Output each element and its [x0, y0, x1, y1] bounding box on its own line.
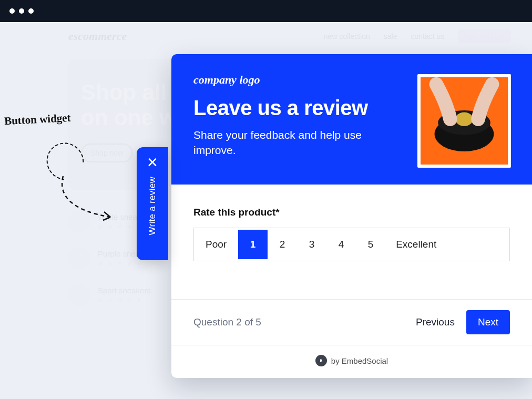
modal-title: Leave us a review	[193, 96, 403, 120]
modal-header: company logo Leave us a review Share you…	[171, 54, 532, 185]
product-thumb	[68, 284, 90, 306]
shop-now-button[interactable]: Shop now	[81, 144, 132, 162]
traffic-dot	[28, 8, 34, 14]
traffic-dot	[9, 8, 15, 14]
modal-body: Rate this product* Poor 1 2 3 4 5 Excell…	[171, 185, 532, 274]
product-image-frame	[417, 74, 511, 168]
question-progress: Question 2 of 5	[193, 316, 414, 328]
rating-option-3[interactable]: 3	[297, 230, 326, 259]
scale-high-label: Excellent	[385, 239, 448, 250]
annotation-arrow-icon	[53, 160, 131, 229]
rating-option-2[interactable]: 2	[268, 230, 297, 259]
review-modal: company logo Leave us a review Share you…	[171, 54, 532, 378]
rating-option-5[interactable]: 5	[356, 230, 385, 259]
window-titlebar	[0, 0, 532, 22]
powered-by: by EmbedSocial	[171, 345, 532, 378]
site-brand: escommerce	[68, 29, 310, 43]
write-review-widget-tab[interactable]: ✕ Write a review	[137, 147, 168, 260]
nav-new-collection[interactable]: new collection	[324, 32, 370, 40]
question-label: Rate this product*	[193, 207, 510, 218]
nav-contact[interactable]: contact us	[411, 32, 444, 40]
traffic-dot	[19, 8, 24, 14]
nav-sale[interactable]: sale	[384, 32, 397, 40]
rating-stars-icon: ★ ★ ★ ★ ★	[98, 296, 151, 304]
write-review-label: Write a review	[147, 177, 158, 236]
nav-signup-button[interactable]: Sign up/Log in	[458, 29, 511, 43]
product-name: Sport sneakers	[98, 286, 151, 295]
embedsocial-icon	[315, 355, 327, 366]
previous-button[interactable]: Previous	[414, 311, 457, 333]
rating-option-1[interactable]: 1	[238, 230, 268, 259]
svg-point-3	[455, 112, 473, 126]
company-logo: company logo	[193, 73, 403, 87]
site-nav: escommerce new collection sale contact u…	[0, 29, 532, 43]
product-thumb	[68, 247, 90, 269]
rating-option-4[interactable]: 4	[326, 230, 356, 259]
rating-stars-icon: ★ ★ ★ ★ ★	[98, 260, 155, 267]
next-button[interactable]: Next	[466, 310, 510, 334]
scale-low-label: Poor	[194, 239, 238, 250]
modal-subtitle: Share your feedback and help use improve…	[193, 127, 393, 158]
product-image	[421, 77, 508, 165]
powered-by-label[interactable]: by EmbedSocial	[331, 356, 388, 365]
modal-footer: Question 2 of 5 Previous Next	[171, 299, 532, 345]
rating-scale: Poor 1 2 3 4 5 Excellent	[193, 228, 510, 261]
close-icon[interactable]: ✕	[147, 156, 158, 169]
